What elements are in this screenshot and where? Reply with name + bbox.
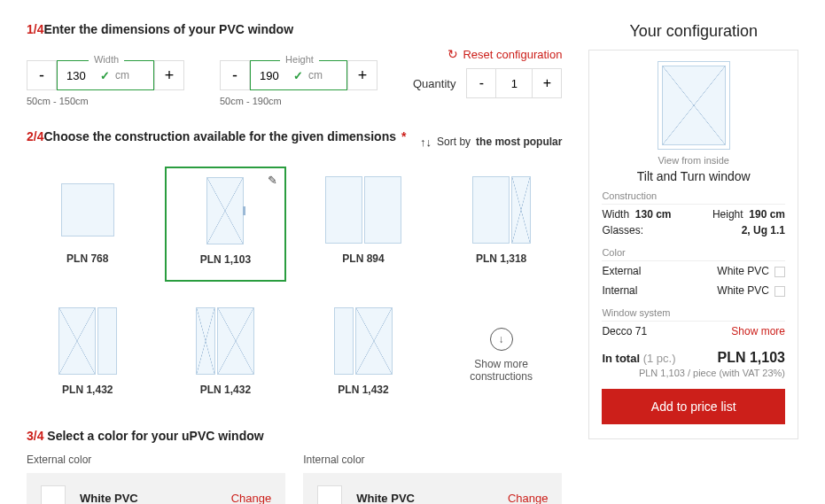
section-construction: Construction (602, 183, 785, 205)
show-more-link[interactable]: Show more (731, 325, 785, 337)
refresh-icon: ↻ (448, 47, 458, 61)
sort-toggle[interactable]: ↑↓ Sort by the most popular (420, 136, 562, 149)
total-qty: (1 pc.) (643, 352, 676, 365)
card-price: PLN 894 (342, 252, 384, 265)
config-external-value: White PVC (717, 265, 769, 277)
vat-note: (with VAT 23%) (719, 368, 785, 378)
card-price: PLN 1,318 (476, 252, 526, 265)
external-color-value: White PVC (80, 492, 138, 505)
product-name: Tilt and Turn window (637, 169, 751, 183)
height-unit: cm (308, 69, 323, 81)
external-color-label: External color (27, 454, 285, 466)
config-internal-label: Internal (602, 284, 637, 297)
width-group: Width - ✓ cm + 50cm - 150cm (27, 47, 186, 106)
add-to-price-list-button[interactable]: Add to price list (602, 389, 785, 424)
construction-card[interactable]: PLN 1,432 (165, 298, 287, 413)
width-unit: cm (115, 69, 129, 81)
quantity-minus-button[interactable]: - (466, 68, 496, 98)
internal-color-box: White PVC Change (303, 473, 562, 504)
height-minus-button[interactable]: - (220, 60, 250, 90)
card-price: PLN 1,103 (200, 253, 251, 266)
width-input[interactable] (65, 68, 100, 83)
glasses-value: 2, Ug 1.1 (742, 224, 785, 236)
section-system: Window system (602, 300, 785, 322)
change-internal-color-button[interactable]: Change (508, 492, 549, 505)
edit-icon[interactable]: ✎ (268, 174, 277, 187)
step1-title: 1/4Enter the dimensions of your PVC wind… (27, 22, 293, 36)
total-label: In total (602, 352, 640, 365)
show-more-constructions[interactable]: ↓ Show more constructions (440, 298, 563, 413)
quantity-plus-button[interactable]: + (532, 68, 562, 98)
construction-card[interactable]: PLN 1,318 (440, 167, 563, 282)
height-range: 50cm - 190cm (220, 96, 282, 106)
quantity-stepper: - + (466, 68, 562, 98)
change-external-color-button[interactable]: Change (231, 492, 272, 505)
construction-card[interactable]: PLN 1,432 (302, 298, 424, 413)
check-icon: ✓ (100, 69, 110, 82)
window-preview (658, 61, 730, 150)
quantity-label: Quantity (413, 77, 455, 90)
card-price: PLN 768 (66, 252, 108, 265)
per-piece: PLN 1,103 / piece (639, 368, 716, 378)
internal-color-label: Internal color (303, 454, 562, 466)
preview-caption: View from inside (658, 155, 729, 166)
width-stepper: - ✓ cm + (27, 60, 184, 90)
config-panel: View from inside Tilt and Turn window Co… (588, 50, 798, 439)
card-price: PLN 1,432 (62, 384, 113, 396)
step2-num: 2/4 (27, 129, 43, 143)
system-value: Decco 71 (602, 325, 647, 337)
construction-card[interactable]: PLN 1,432 (27, 298, 149, 413)
check-icon: ✓ (293, 69, 303, 82)
config-internal-value: White PVC (717, 284, 769, 297)
width-plus-button[interactable]: + (154, 60, 184, 90)
height-label: Height (280, 54, 319, 65)
width-minus-button[interactable]: - (27, 60, 57, 90)
card-price: PLN 1,432 (200, 384, 251, 396)
width-label: Width (89, 54, 124, 65)
config-panel-title: Your configuration (588, 22, 798, 41)
step1-num: 1/4 (27, 22, 43, 36)
external-color-box: White PVC Change (27, 473, 285, 504)
height-plus-button[interactable]: + (347, 60, 377, 90)
step3-num: 3/4 (27, 429, 43, 443)
step2-title: 2/4Choose the construction available for… (27, 129, 406, 143)
total-amount: PLN 1,103 (718, 350, 785, 366)
quantity-input[interactable] (496, 68, 532, 98)
card-price: PLN 1,432 (338, 384, 388, 396)
color-swatch-icon (774, 286, 785, 297)
width-range: 50cm - 150cm (27, 96, 89, 106)
height-stepper: - ✓ cm + (220, 60, 377, 90)
height-input[interactable] (258, 68, 293, 83)
section-color: Color (602, 240, 785, 261)
construction-card[interactable]: PLN 894 (302, 167, 424, 282)
construction-card[interactable]: PLN 768 (27, 167, 149, 282)
height-group: Height - ✓ cm + 50cm - 190cm (220, 47, 379, 106)
internal-color-value: White PVC (356, 492, 415, 505)
config-external-label: External (602, 265, 641, 277)
glasses-label: Glasses: (602, 224, 643, 236)
arrow-down-icon: ↓ (499, 333, 504, 345)
construction-card-selected[interactable]: ✎ PLN 1,103 (165, 167, 287, 282)
reset-button[interactable]: ↻ Reset configuration (448, 47, 562, 61)
color-swatch-icon (774, 267, 785, 277)
sort-icon: ↑↓ (420, 136, 432, 149)
color-swatch (317, 485, 342, 504)
color-swatch (41, 485, 66, 504)
step3-title: 3/4 Select a color for your uPVC window (27, 429, 562, 443)
